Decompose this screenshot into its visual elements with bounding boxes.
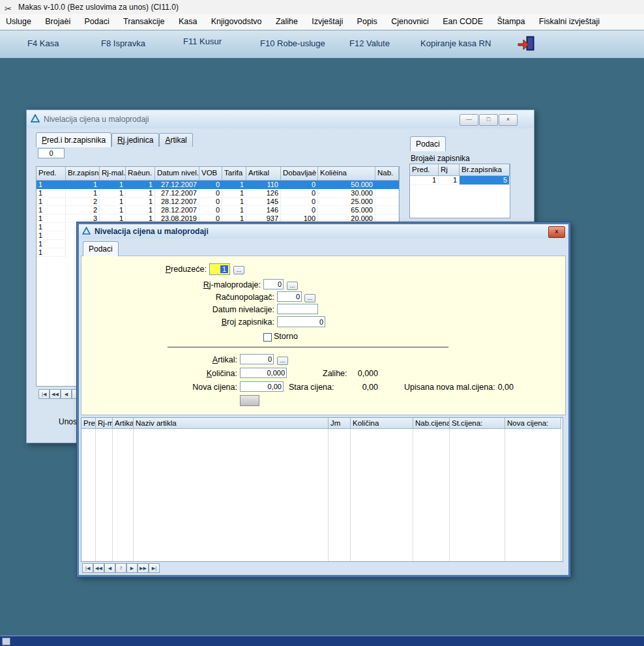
tab-artikal[interactable]: Artikal [159,133,192,147]
cell: 0 [281,189,318,198]
toolbar-f12-valute[interactable]: F12 Valute [349,38,390,48]
nav-next-page-button[interactable]: ▶▶ [138,563,149,573]
blank-button[interactable] [240,395,259,406]
front-grid-body [81,429,563,561]
rj-maloprodaje-input[interactable] [263,279,284,289]
cell: 1 [222,198,246,206]
back-window-titlebar[interactable]: Nivelacija cijena u maloprodaji — □ × [27,110,534,128]
menu-izvjestaji[interactable]: Izvještaji [306,14,349,29]
table-row-selected[interactable]: 1 1 1 1 27.12.2007 0 1 110 0 50.000 [37,181,399,189]
close-button[interactable]: × [499,114,518,126]
cell: 146 [246,206,281,214]
cell: 65.000 [318,206,375,214]
cell: 1 [37,198,66,206]
col-header: Nova cijena: [505,418,561,429]
toolbar: F4 Kasa F8 Ispravka F11 Kusur F10 Robe-u… [0,30,644,59]
col-header: Naziv artikla [134,418,329,429]
tab-podaci-right[interactable]: Podaci [410,136,446,151]
racunopolagac-lookup-button[interactable]: ... [304,294,315,302]
maximize-button[interactable]: □ [479,114,498,126]
table-row[interactable]: 1 1 1 1 27.12.2007 0 1 126 0 30.000 [37,189,399,198]
nav-prev-page-button[interactable]: ◀◀ [50,389,61,399]
cell: 145 [246,198,281,206]
datum-nivelacije-input[interactable] [277,304,318,314]
menu-knjigovodstvo[interactable]: Knjigovodstvo [205,14,268,29]
kolicina-input[interactable] [240,368,287,378]
tab-pred-i-br-zapisnika[interactable]: Pred.i br.zapisnika [36,132,111,147]
cell: 0 [199,206,222,214]
cell: 25.000 [318,198,375,206]
nav-next-button[interactable]: ▶ [126,563,138,573]
artikal-input[interactable] [240,354,274,364]
cell: 30.000 [318,189,375,198]
filter-input[interactable] [38,148,65,158]
grid-column [413,429,450,561]
nav-first-button[interactable]: |◀ [38,389,50,399]
nav-last-button[interactable]: ▶| [149,563,160,573]
upisana-value: 0,00 [481,383,514,392]
nav-prev-page-button[interactable]: ◀◀ [93,563,104,573]
menu-transakcije[interactable]: Transakcije [117,14,170,29]
cell: 1 [37,189,66,198]
table-row[interactable]: 1 1 5 [410,176,510,185]
artikal-lookup-button[interactable]: ... [277,357,288,365]
toolbar-f4-kasa[interactable]: F4 Kasa [27,38,59,48]
table-row[interactable]: 1 2 1 1 28.12.2007 0 1 145 0 25.000 [37,198,399,206]
menu-ean-code[interactable]: Ean CODE [437,14,489,29]
nova-cijena-input[interactable] [240,381,284,392]
cell: 0 [281,181,318,189]
menu-popis[interactable]: Popis [351,14,383,29]
cell: 1 [37,231,66,240]
minimize-button[interactable]: — [460,114,478,126]
cell: 28.12.2007 [155,198,199,206]
cell: 0 [199,181,222,189]
front-window-titlebar[interactable]: Nivelacija cijena u maloprodaji × [79,224,568,239]
menu-brojaci[interactable]: Brojaèi [39,14,76,29]
toolbar-kopiranje-kasa-rn[interactable]: Kopiranje kasa RN [420,38,491,48]
cell [375,198,399,206]
preduzece-lookup-button[interactable]: ... [233,266,244,274]
menu-podaci[interactable]: Podaci [79,14,115,29]
col-header: Rj [439,164,460,176]
nav-first-button[interactable]: |◀ [82,563,93,573]
storno-checkbox[interactable] [263,333,272,342]
unos-label: Unos [59,417,77,426]
menu-cjenovnici[interactable]: Cjenovnici [385,14,435,29]
toolbar-f11-kusur[interactable]: F11 Kusur [183,37,222,46]
tab-podaci[interactable]: Podaci [83,241,119,256]
app-titlebar: ✂ Makas v-10.0 (Bez uslovima za unos) (C… [0,0,644,14]
menu-kasa[interactable]: Kasa [173,14,203,29]
taskbar-icon[interactable] [2,638,10,645]
menu-usluge[interactable]: Usluge [0,14,37,29]
menu-fiskalni-izvjestaji[interactable]: Fiskalni izvještaji [533,14,606,29]
toolbar-f10-robe-usluge[interactable]: F10 Robe-usluge [260,38,325,48]
back-grid-header: Pred. Br.zapisnika Rj-mal. Raèun. Datum … [37,167,399,181]
broj-zapisnika-input[interactable] [277,316,325,327]
tab-rj-jedinica[interactable]: Rj.jedinica [111,133,159,147]
grid-column [134,429,329,561]
nav-prev-button[interactable]: ◀ [104,563,115,573]
cell [375,181,399,189]
nav-search-button[interactable]: ? [115,563,126,573]
toolbar-f8-ispravka[interactable]: F8 Ispravka [101,38,145,48]
table-row[interactable]: 1 2 1 1 28.12.2007 0 1 146 0 65.000 [37,206,399,214]
nav-prev-button[interactable]: ◀ [61,389,72,399]
menu-zalihe[interactable]: Zalihe [270,14,304,29]
cell: 27.12.2007 [155,189,199,198]
col-header: Rj-mal [96,418,113,429]
cell: 1 [66,181,100,189]
racunopolagac-input[interactable] [277,291,302,302]
divider [168,347,448,347]
cell: 1 [66,189,100,198]
close-button[interactable]: × [548,226,565,238]
exit-door-icon[interactable] [516,35,536,54]
cell: 1 [37,248,66,257]
cell: 1 [126,206,155,214]
col-header: Pred. [37,167,66,181]
rj-maloprodaje-label: Rj-maloprodaje: [175,280,261,289]
rj-maloprodaje-lookup-button[interactable]: ... [287,282,298,290]
menu-stampa[interactable]: Štampa [491,14,531,29]
preduzece-input[interactable]: 1 [209,263,230,275]
selected-text: 1 [220,265,228,273]
col-header: Pred [81,418,96,429]
